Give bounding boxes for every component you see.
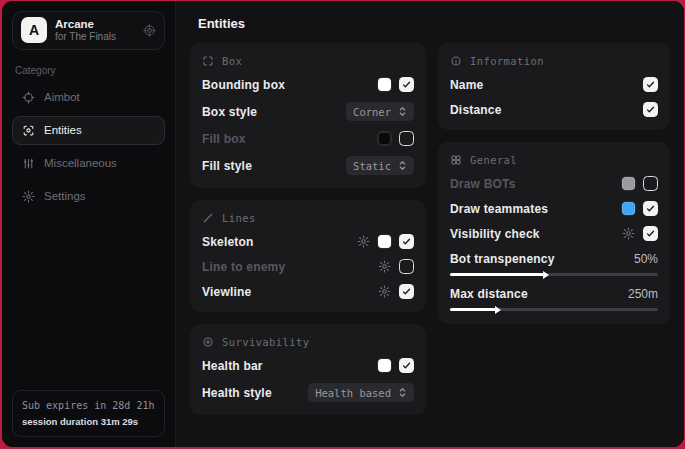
- setting-label: Health style: [202, 386, 272, 400]
- setting-row: Health style Health based: [202, 383, 414, 402]
- setting-label: Line to enemy: [202, 260, 285, 274]
- sidebar: A Arcane for The Finals Category Aimbot: [2, 1, 176, 447]
- card-title: Box: [222, 55, 242, 67]
- chevron-up-down-icon: [398, 106, 407, 117]
- sub-expires-text: Sub expires in 28d 21h: [22, 398, 155, 414]
- checkbox[interactable]: [643, 102, 658, 117]
- diagonal-line-icon: [202, 212, 214, 224]
- card-survivability: Survivability Health bar Health style: [190, 324, 426, 415]
- sidebar-item-entities[interactable]: Entities: [12, 116, 165, 145]
- bot-transparency-slider[interactable]: [450, 273, 658, 276]
- color-swatch[interactable]: [622, 202, 635, 215]
- bot-transparency-setting: Bot transpenency 50%: [450, 252, 658, 276]
- setting-row: Fill style Static: [202, 156, 414, 175]
- setting-row: Viewline: [202, 284, 414, 299]
- subscription-info: Sub expires in 28d 21h session duration …: [12, 390, 165, 437]
- checkbox[interactable]: [399, 234, 414, 249]
- sidebar-item-settings[interactable]: Settings: [12, 182, 165, 211]
- setting-row: Bounding box: [202, 77, 414, 92]
- card-title: Information: [470, 55, 544, 67]
- sidebar-item-label: Entities: [44, 124, 82, 136]
- color-swatch[interactable]: [378, 235, 391, 248]
- slider-thumb[interactable]: [543, 271, 549, 279]
- gear-icon[interactable]: [378, 260, 391, 273]
- sidebar-item-miscellaneous[interactable]: Miscellaneous: [12, 149, 165, 178]
- card-title: General: [470, 154, 517, 166]
- slider-thumb[interactable]: [495, 306, 501, 314]
- info-icon: [450, 55, 462, 67]
- card-box: Box Bounding box Box style: [190, 43, 426, 188]
- setting-label: Fill box: [202, 132, 246, 146]
- setting-label: Bounding box: [202, 78, 285, 92]
- setting-label: Skeleton: [202, 235, 254, 249]
- setting-label: Visibility check: [450, 227, 540, 241]
- checkbox[interactable]: [399, 259, 414, 274]
- max-distance-setting: Max distance 250m: [450, 287, 658, 311]
- card-information: Information Name Distance: [438, 43, 670, 130]
- health-style-dropdown[interactable]: Health based: [308, 383, 414, 402]
- checkbox[interactable]: [399, 284, 414, 299]
- checkbox[interactable]: [399, 77, 414, 92]
- setting-label: Draw BOTs: [450, 177, 516, 191]
- dropdown-value: Health based: [315, 387, 391, 399]
- gear-icon[interactable]: [622, 227, 635, 240]
- setting-label: Fill style: [202, 159, 252, 173]
- card-title: Survivability: [222, 336, 309, 348]
- setting-label: Draw teammates: [450, 202, 548, 216]
- card-lines: Lines Skeleton: [190, 200, 426, 312]
- chevron-up-down-icon: [398, 160, 407, 171]
- chevron-up-down-icon: [398, 387, 407, 398]
- setting-row: Skeleton: [202, 234, 414, 249]
- setting-label: Box style: [202, 105, 257, 119]
- checkbox[interactable]: [643, 226, 658, 241]
- setting-row: Visibility check: [450, 226, 658, 241]
- sidebar-item-label: Aimbot: [44, 91, 80, 103]
- max-distance-slider[interactable]: [450, 308, 658, 311]
- setting-row: Draw teammates: [450, 201, 658, 216]
- slider-value: 250m: [628, 287, 658, 301]
- card-title: Lines: [222, 212, 256, 224]
- setting-row: Health bar: [202, 358, 414, 373]
- checkbox[interactable]: [643, 176, 658, 191]
- checkbox[interactable]: [399, 131, 414, 146]
- app-logo: A: [21, 17, 47, 43]
- dropdown-value: Static: [353, 160, 391, 172]
- app-name: Arcane: [55, 17, 116, 31]
- checkbox[interactable]: [399, 358, 414, 373]
- app-subtitle: for The Finals: [55, 31, 116, 44]
- session-duration-text: session duration 31m 29s: [22, 414, 155, 429]
- color-swatch[interactable]: [378, 359, 391, 372]
- setting-row: Fill box: [202, 131, 414, 146]
- plus-circle-icon: [202, 336, 214, 348]
- app-window: A Arcane for The Finals Category Aimbot: [2, 1, 684, 447]
- color-swatch[interactable]: [622, 177, 635, 190]
- box-corners-icon: [202, 55, 214, 67]
- box-style-dropdown[interactable]: Corner: [346, 102, 414, 121]
- checkbox[interactable]: [643, 201, 658, 216]
- color-swatch[interactable]: [378, 78, 391, 91]
- checkbox[interactable]: [643, 77, 658, 92]
- setting-row: Box style Corner: [202, 102, 414, 121]
- dropdown-value: Corner: [353, 106, 391, 118]
- slider-value: 50%: [634, 252, 658, 266]
- gear-icon: [22, 190, 35, 203]
- main-panel: Entities Box Bounding box: [176, 1, 684, 447]
- setting-row: Line to enemy: [202, 259, 414, 274]
- sidebar-item-aimbot[interactable]: Aimbot: [12, 83, 165, 112]
- grid-icon: [450, 154, 462, 166]
- crosshair-icon: [22, 91, 35, 104]
- gear-icon[interactable]: [357, 235, 370, 248]
- gear-icon[interactable]: [378, 285, 391, 298]
- card-general: General Draw BOTs Draw teammates: [438, 142, 670, 324]
- account-card: A Arcane for The Finals: [12, 11, 165, 50]
- setting-label: Name: [450, 78, 483, 92]
- sidebar-item-label: Miscellaneous: [44, 157, 117, 169]
- setting-row: Draw BOTs: [450, 176, 658, 191]
- account-gear-icon[interactable]: [143, 24, 156, 37]
- setting-label: Health bar: [202, 359, 263, 373]
- sliders-icon: [22, 157, 35, 170]
- setting-label: Viewline: [202, 285, 251, 299]
- fill-style-dropdown[interactable]: Static: [346, 156, 414, 175]
- color-swatch[interactable]: [378, 132, 391, 145]
- setting-row: Distance: [450, 102, 658, 117]
